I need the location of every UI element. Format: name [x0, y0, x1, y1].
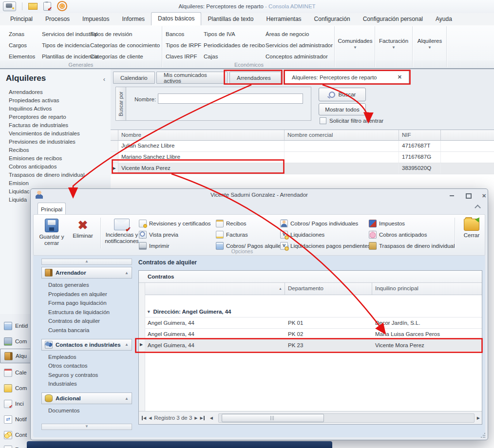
nav-link-industriales[interactable]: Industriales	[48, 381, 132, 387]
column-header-direccion[interactable]: ▲	[145, 283, 285, 295]
mostrar-todos-button[interactable]: Mostrar todos	[319, 103, 366, 115]
resize-grip[interactable]	[480, 433, 486, 438]
nav-link-forma-pago[interactable]: Forma pago liquidación	[48, 300, 132, 306]
ribbon-link-elementos[interactable]: Elementos	[9, 51, 35, 62]
collapsed-panel-bar[interactable]	[27, 441, 332, 448]
table-row-selected[interactable]: Angel Guimera, 44 PK 23 Vicente Mora Per…	[145, 340, 482, 351]
impuestos-button[interactable]: Impuestos	[369, 219, 405, 228]
ribbon-link-categorias-conocimiento[interactable]: Categorías de conocimiento	[90, 40, 160, 51]
nav-item-alquileres[interactable]: Alqu	[0, 349, 31, 363]
tab-ayuda[interactable]: Ayuda	[429, 13, 458, 25]
sidebar-item-perceptores[interactable]: Perceptores de reparto	[0, 112, 111, 121]
first-record-button[interactable]: ◀	[142, 416, 146, 420]
column-header-departamento[interactable]: Departamento	[285, 283, 372, 295]
ribbon-link-tipos-irpf[interactable]: Tipos de IRPF	[166, 40, 201, 51]
broadcast-icon[interactable]	[57, 1, 67, 11]
tab-datos-basicos[interactable]: Datos básicos	[151, 12, 201, 25]
ribbon-link-tipos-iva[interactable]: Tipos de IVA	[204, 29, 265, 40]
tab-plantillas-de-texto[interactable]: Plantillas de texto	[201, 13, 260, 25]
last-record-button[interactable]: ▶	[200, 416, 204, 420]
recibos-button[interactable]: Recibos	[216, 219, 247, 228]
scroll-right-button[interactable]: ▶	[477, 416, 480, 420]
nav-item-notificaciones[interactable]: ⇄Notif	[0, 412, 31, 427]
ribbon-button-facturacion[interactable]: Facturación▼	[376, 28, 411, 59]
ribbon-link-zonas[interactable]: Zonas	[9, 29, 35, 40]
ribbon-collapse-icon[interactable]	[475, 205, 481, 211]
scroll-left-button[interactable]: ◀	[210, 416, 213, 420]
table-row[interactable]: Mariano Sanchez Llibre 17167687G	[111, 152, 494, 163]
scroll-up-strip[interactable]: ▲	[41, 259, 132, 265]
ribbon-link-bancos[interactable]: Bancos	[166, 29, 201, 40]
sidebar-collapse-icon[interactable]: ‹	[103, 75, 105, 83]
revisiones-button[interactable]: Revisiones y certificados	[139, 219, 211, 228]
collapse-icon[interactable]: ▲	[125, 342, 129, 347]
tasks-icon[interactable]	[43, 2, 51, 11]
sidebar-item-traspasos[interactable]: Traspasos de dinero individual	[0, 170, 111, 179]
cobros-anticipados-button[interactable]: Cobros anticipados	[369, 230, 427, 240]
tab-configuracion[interactable]: Configuración	[308, 13, 357, 25]
collapse-icon[interactable]: ▲	[125, 271, 129, 275]
buscar-button[interactable]: Buscar	[319, 88, 366, 101]
ribbon-link-cajas[interactable]: Cajas	[204, 51, 265, 62]
sidebar-item-emisiones-recibos[interactable]: Emisiones de recibos	[0, 154, 111, 162]
facturas-button[interactable]: Facturas	[216, 230, 248, 240]
sidebar-item-cobros-anticipados[interactable]: Cobros anticipados	[0, 162, 111, 170]
scrollbar-thumb[interactable]	[222, 414, 324, 422]
nav-item-entidades[interactable]: Entid	[0, 318, 31, 333]
table-row[interactable]: Angel Guimera, 44 PK 02 Maria Luisa Garc…	[145, 329, 482, 340]
tab-informes[interactable]: Informes	[115, 13, 151, 25]
tab-impuestos[interactable]: Impuestos	[76, 13, 115, 25]
nav-item-calendario[interactable]: Cale	[0, 365, 31, 380]
nav-link-documentos[interactable]: Documentos	[48, 408, 132, 413]
nav-item-incidencias[interactable]: Inci	[0, 396, 31, 411]
ribbon-link-claves-irpf[interactable]: Claves IRPF	[166, 51, 201, 62]
doc-tab-arrendadores[interactable]: Arrendadores	[229, 72, 281, 84]
scroll-down-strip[interactable]: ▼	[41, 424, 132, 430]
nav-link-estructura[interactable]: Estructura de liquidación	[48, 309, 132, 315]
guardar-cerrar-button[interactable]: Guardar y cerrar	[37, 217, 67, 252]
incidencias-button[interactable]: Incidencias y notificaciones	[102, 217, 142, 252]
ribbon-button-comunidades[interactable]: Comunidades▼	[336, 28, 374, 59]
vista-previa-button[interactable]: Vista previa	[139, 230, 178, 240]
ribbon-button-alquileres[interactable]: Alquileres▼	[414, 28, 446, 59]
next-record-button[interactable]: ▶	[194, 416, 197, 420]
collapse-icon[interactable]: ▲	[125, 396, 129, 401]
sidebar-item-previsiones[interactable]: Previsiones de industriales	[0, 137, 111, 146]
sidebar-item-emision[interactable]: Emision	[0, 179, 111, 187]
table-row[interactable]: Angel Guimera, 44 PK 01 Decor Jardín, S.…	[145, 317, 482, 329]
close-icon[interactable]: ✕	[388, 74, 402, 80]
column-header-inquilino[interactable]: Inquilino principal	[372, 283, 482, 295]
mail-icon[interactable]	[28, 3, 38, 10]
nav-group-arrendador[interactable]: Arrendador ▲	[41, 267, 132, 279]
solicitar-filtro-checkbox[interactable]: Solicitar filtro al entrar	[320, 117, 383, 124]
ribbon-link-tipos-revision[interactable]: Tipos de revisión	[90, 29, 160, 40]
doc-tab-comunicados[interactable]: Mis comunicados activos	[156, 72, 228, 84]
checkbox-icon[interactable]	[320, 117, 326, 124]
doc-tab-perceptores[interactable]: Alquileres: Perceptores de reparto ✕	[285, 71, 409, 84]
nav-link-datos-generales[interactable]: Datos generales	[48, 282, 132, 288]
close-button[interactable]: ✕	[480, 192, 488, 199]
cobros-pagos-individuales-button[interactable]: Cobros/ Pagos individuales	[280, 219, 358, 228]
sidebar-item-inquilinos-activos[interactable]: Inquilinos Activos	[0, 104, 111, 112]
nav-link-otros-contactos[interactable]: Otros contactos	[48, 363, 132, 369]
ribbon-link-conceptos-administrador[interactable]: Conceptos administrador	[266, 51, 333, 62]
nav-link-contratos[interactable]: Contratos de alquiler	[48, 318, 132, 324]
tab-configuracion-personal[interactable]: Configuración personal	[357, 13, 429, 25]
ribbon-link-areas-negocio[interactable]: Áreas de negocio	[266, 29, 333, 40]
column-header-nombre[interactable]: Nombre	[118, 130, 285, 141]
tab-procesos[interactable]: Procesos	[39, 13, 76, 25]
search-input[interactable]	[158, 93, 303, 104]
app-logo-icon[interactable]	[3, 1, 16, 11]
nav-item-facturacion[interactable]: Facturacion	[0, 442, 31, 448]
table-row[interactable]: Julian Sanchez Llibre 47167687T	[111, 141, 494, 152]
sidebar-item-recibos[interactable]: Recibos	[0, 146, 111, 154]
dialog-tab-principal[interactable]: Principal	[38, 203, 66, 215]
nav-group-adicional[interactable]: Adicional ▲	[41, 392, 132, 404]
cerrar-button[interactable]: Cerrar	[457, 217, 486, 252]
liquidaciones-button[interactable]: VLiquidaciones	[280, 230, 324, 240]
ribbon-link-periodicidades[interactable]: Periodicidades de recibo	[204, 40, 265, 51]
ribbon-link-categorias-cliente[interactable]: Categorías de cliente	[90, 51, 160, 62]
nav-item-comunicados[interactable]: Com	[0, 381, 31, 395]
horizontal-scrollbar[interactable]	[218, 413, 475, 423]
column-header-nombre-comercial[interactable]: Nombre comercial	[285, 130, 399, 141]
